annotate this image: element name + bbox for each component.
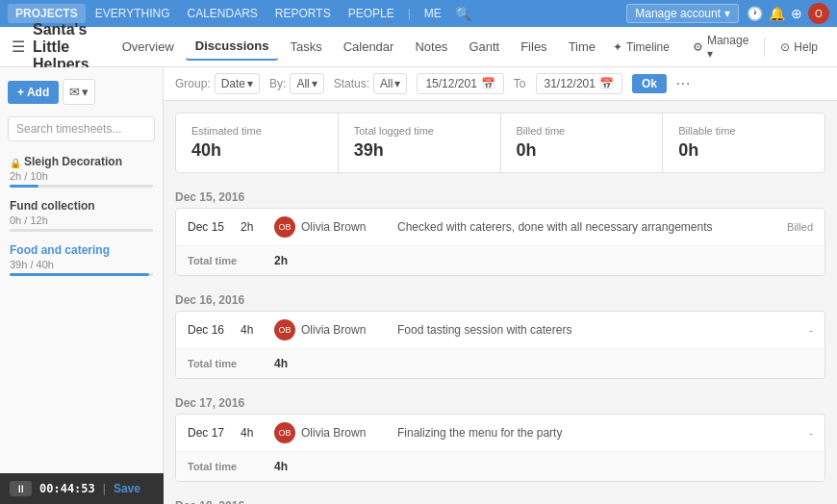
ok-button[interactable]: Ok [632,74,667,93]
nav-time[interactable]: Time [559,34,605,60]
nav-calendar[interactable]: Calendar [334,34,404,60]
by-select[interactable]: All ▾ [290,73,323,94]
inbox-icon: ✉ [69,85,80,99]
manage-button[interactable]: ⚙ Manage ▾ [685,30,757,64]
row-description: Food tasting session with caterers [397,323,755,337]
clock-icon[interactable]: 🕐 [747,6,763,21]
row-username: Olivia Brown [301,323,397,337]
project-name-fund: Fund collection [10,199,153,213]
search-timesheets-input[interactable]: Search timesheets... [8,116,155,141]
nav-divider: | [404,7,415,20]
row-status: Billed [755,221,813,233]
more-options-button[interactable]: ··· [676,77,692,90]
table-row[interactable]: Dec 17 4h OB Olivia Brown Finalizing the… [176,415,824,452]
total-hours: 2h [274,254,308,267]
to-date[interactable]: 31/12/201 📅 [536,73,622,94]
timer-bar: ⏸ 00:44:53 | Save [0,473,164,504]
total-hours: 4h [274,357,308,370]
user-avatar-icon: OB [274,422,295,443]
row-avatar: OB [274,422,301,443]
row-description: Checked with caterers, done with all nec… [397,220,755,234]
group-value: Date [221,77,245,90]
add-icon[interactable]: ⊕ [791,6,802,21]
status-select[interactable]: All ▾ [373,73,407,94]
nav-discussions[interactable]: Discussions [186,33,279,61]
status-value: All [380,77,393,90]
help-button[interactable]: ⊙ Help [773,37,825,58]
user-avatar-icon: OB [274,216,295,238]
calendar-icon: 📅 [481,77,495,90]
top-nav: PROJECTS EVERYTHING CALENDARS REPORTS PE… [0,0,837,27]
from-date-value: 15/12/201 [425,77,476,90]
user-avatar-icon: OB [274,319,295,340]
pause-icon: ⏸ [15,483,26,494]
nav-me[interactable]: ME [417,4,449,23]
from-date[interactable]: 15/12/201 📅 [417,73,503,94]
project-name-sleigh: Sleigh Decoration [24,155,122,168]
row-avatar: OB [274,319,301,340]
project-progress-fund: 0h / 12h [10,214,153,226]
estimated-label: Estimated time [191,125,322,137]
row-date: Dec 16 [188,323,241,337]
timer-separator: | [103,482,106,495]
sidebar-project-fund[interactable]: Fund collection 0h / 12h [0,193,163,238]
sidebar: + Add ✉ ▾ Search timesheets... 🔒 Sleigh … [0,67,164,504]
hamburger-icon[interactable]: ☰ [12,38,25,56]
total-row: Total time 2h [176,246,824,275]
group-chevron: ▾ [247,77,253,90]
nav-tasks[interactable]: Tasks [280,34,331,60]
group-select[interactable]: Date ▾ [215,73,260,94]
row-hours: 4h [241,426,274,440]
logged-label: Total logged time [354,125,485,137]
nav-overview[interactable]: Overview [113,34,184,60]
to-date-value: 31/12/201 [545,77,596,90]
layout: + Add ✉ ▾ Search timesheets... 🔒 Sleigh … [0,67,837,504]
sidebar-project-food[interactable]: Food and catering 39h / 40h [0,238,163,282]
timeline-button[interactable]: ✦ Timeline [605,37,677,58]
bell-icon[interactable]: 🔔 [769,6,785,21]
lock-icon: 🔒 [10,158,21,168]
nav-gantt[interactable]: Gantt [459,34,509,60]
billable-label: Billable time [678,125,809,137]
inbox-button[interactable]: ✉ ▾ [63,79,95,105]
logged-value: 39h [354,140,485,161]
row-status: - [755,324,813,336]
time-table: Dec 17 4h OB Olivia Brown Finalizing the… [175,414,825,482]
total-row: Total time 4h [176,452,824,481]
progress-bar-bg-fund [10,229,153,232]
project-nav: Overview Discussions Tasks Calendar Note… [113,33,605,61]
add-button[interactable]: + Add [8,81,59,104]
nav-everything[interactable]: EVERYTHING [88,4,178,23]
row-avatar: OB [274,216,301,238]
time-section: Dec 15, 2016 Dec 15 2h OB Olivia Brown C… [175,185,825,276]
status-label: Status: [334,77,369,90]
manage-account-button[interactable]: Manage account ▾ [626,4,739,23]
nav-calendars[interactable]: CALENDARS [179,4,265,23]
total-label: Total time [188,255,274,266]
chevron-down-icon: ▾ [724,7,730,20]
table-row[interactable]: Dec 15 2h OB Olivia Brown Checked with c… [176,209,824,246]
nav-people[interactable]: PEOPLE [341,4,402,23]
table-row[interactable]: Dec 16 4h OB Olivia Brown Food tasting s… [176,312,824,349]
toolbar: Group: Date ▾ By: All ▾ Status: All ▾ [164,67,837,101]
row-username: Olivia Brown [301,220,397,234]
pause-button[interactable]: ⏸ [10,481,32,496]
search-icon[interactable]: 🔍 [455,6,471,21]
save-button[interactable]: Save [114,482,140,495]
manage-account-label: Manage account [635,7,721,20]
billed-value: 0h [517,140,647,161]
nav-files[interactable]: Files [511,34,556,60]
summary-card-logged: Total logged time 39h [339,113,501,172]
project-progress-sleigh: 2h / 10h [10,170,153,182]
row-username: Olivia Brown [301,426,397,440]
main-content: Group: Date ▾ By: All ▾ Status: All ▾ [164,67,837,504]
group-label: Group: [175,77,211,90]
user-avatar[interactable]: O [808,3,829,24]
sidebar-project-sleigh[interactable]: 🔒 Sleigh Decoration 2h / 10h [0,149,163,193]
section-date-label: Dec 17, 2016 [175,391,825,414]
time-table: Dec 15 2h OB Olivia Brown Checked with c… [175,208,825,276]
row-hours: 4h [241,323,274,337]
nav-notes[interactable]: Notes [405,34,457,60]
nav-reports[interactable]: REPORTS [267,4,339,23]
by-value: All [296,77,309,90]
